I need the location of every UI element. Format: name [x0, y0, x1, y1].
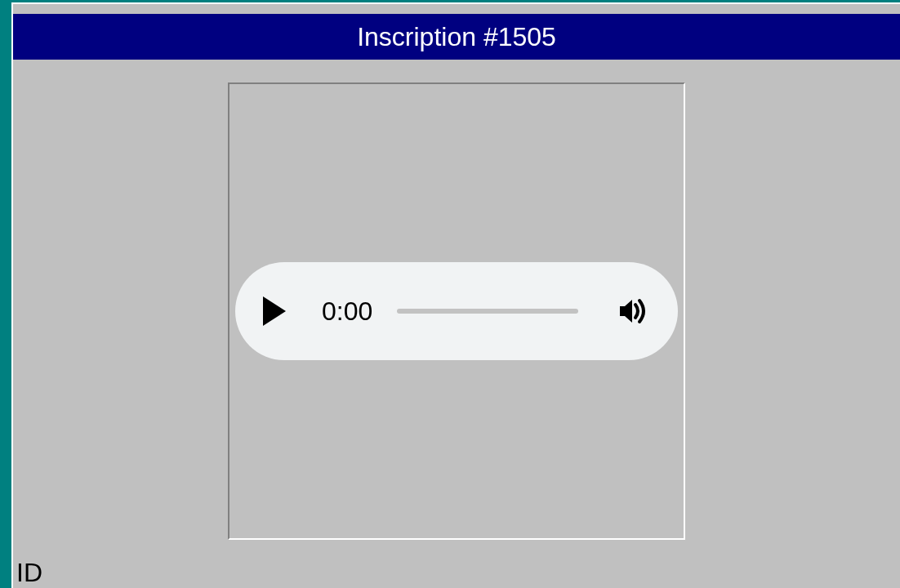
titlebar: Inscription #1505: [13, 14, 900, 60]
media-frame: 0:00: [228, 82, 685, 540]
main-window: Inscription #1505 0:00 ID: [11, 2, 900, 588]
volume-icon[interactable]: [617, 296, 650, 326]
seek-slider[interactable]: [397, 309, 578, 314]
play-icon[interactable]: [263, 296, 286, 326]
audio-player: 0:00: [235, 262, 678, 360]
current-time: 0:00: [322, 296, 372, 327]
content-area: 0:00: [13, 60, 900, 540]
page-title: Inscription #1505: [357, 22, 556, 52]
id-label: ID: [16, 558, 42, 588]
